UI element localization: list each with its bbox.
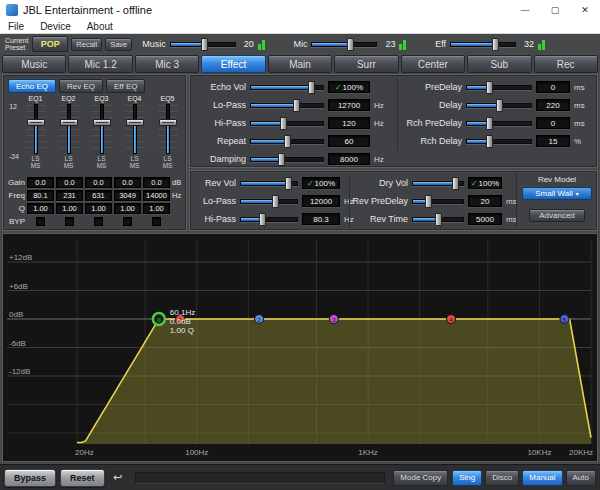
slider-handle[interactable] [486, 81, 493, 94]
shelf-ls[interactable]: LS [163, 155, 173, 162]
slider-handle[interactable] [492, 38, 499, 51]
bypass-button[interactable]: Bypass [4, 469, 56, 487]
fader-fill [167, 123, 169, 153]
rch-predelay-slider[interactable] [466, 117, 532, 130]
eq4-fader[interactable] [124, 103, 146, 155]
slider-handle[interactable] [278, 153, 285, 166]
tab-mic-1-2[interactable]: Mic 1.2 [68, 55, 132, 73]
byp-checkbox[interactable] [65, 217, 74, 226]
fader-handle[interactable] [126, 119, 144, 126]
slider-handle[interactable] [308, 81, 315, 94]
menu-about[interactable]: About [79, 20, 121, 33]
mode-auto[interactable]: Auto [566, 470, 596, 486]
eq-mode-eff-eq[interactable]: Eff EQ [106, 79, 145, 93]
maximize-icon[interactable]: ▢ [540, 0, 570, 20]
shelf-ms[interactable]: MS [31, 162, 41, 169]
tab-mic-3[interactable]: Mic 3 [135, 55, 199, 73]
echo-vol-slider[interactable] [250, 81, 324, 94]
param-value: 20 [468, 195, 502, 207]
save-button[interactable]: Save [105, 38, 132, 51]
eq-mode-rev-eq[interactable]: Rev EQ [59, 79, 103, 93]
undo-icon[interactable]: ↩ [109, 470, 127, 486]
shelf-ls[interactable]: LS [31, 155, 41, 162]
damping-slider[interactable] [250, 153, 324, 166]
param-value-text: 60 [345, 137, 354, 146]
param-label: Delay [400, 100, 462, 110]
eq3-fader[interactable] [91, 103, 113, 155]
rev-time-slider[interactable] [412, 213, 464, 226]
tab-rec[interactable]: Rec [534, 55, 598, 73]
eq5-fader[interactable] [157, 103, 179, 155]
tab-center[interactable]: Center [401, 55, 465, 73]
mode-copy-button[interactable]: Mode Copy [393, 470, 448, 486]
fader-handle[interactable] [27, 119, 45, 126]
slider-handle[interactable] [284, 135, 291, 148]
mode-sing[interactable]: Sing [452, 470, 482, 486]
shelf-ms[interactable]: MS [163, 162, 173, 169]
byp-checkbox[interactable] [152, 217, 161, 226]
lo-pass-slider[interactable] [240, 195, 298, 208]
slider-handle[interactable] [486, 135, 493, 148]
shelf-ms[interactable]: MS [130, 162, 140, 169]
byp-checkbox[interactable] [36, 217, 45, 226]
shelf-ls[interactable]: LS [130, 155, 140, 162]
slider-handle[interactable] [259, 213, 266, 226]
rev-predelay-slider[interactable] [412, 195, 464, 208]
lo-pass-slider[interactable] [250, 99, 324, 112]
slider-handle[interactable] [293, 99, 300, 112]
rev-model-dropdown[interactable]: Small Wall ▾ [522, 187, 592, 200]
byp-checkbox[interactable] [123, 217, 132, 226]
shelf-ls[interactable]: LS [64, 155, 74, 162]
shelf-ls[interactable]: LS [97, 155, 107, 162]
menu-file[interactable]: File [0, 20, 32, 33]
eq-mode-echo-eq[interactable]: Echo EQ [8, 79, 56, 93]
mode-disco[interactable]: Disco [485, 470, 519, 486]
tab-effect[interactable]: Effect [201, 55, 265, 73]
menu-device[interactable]: Device [32, 20, 79, 33]
slider-handle[interactable] [272, 195, 279, 208]
close-icon[interactable]: ✕ [570, 0, 600, 20]
fader-handle[interactable] [159, 119, 177, 126]
hi-pass-slider[interactable] [240, 213, 298, 226]
slider-handle[interactable] [285, 177, 292, 190]
shelf-ms[interactable]: MS [97, 162, 107, 169]
minimize-icon[interactable]: — [510, 0, 540, 20]
slider-handle[interactable] [486, 117, 493, 130]
fader-handle[interactable] [93, 119, 111, 126]
mode-manual[interactable]: Manual [522, 470, 562, 486]
advanced-button[interactable]: Advanced [529, 209, 585, 222]
channel-music-slider[interactable] [170, 38, 236, 51]
shelf-ms[interactable]: MS [64, 162, 74, 169]
slider-handle[interactable] [425, 195, 432, 208]
fader-scale: 12 -24 [6, 103, 19, 175]
unit-label: Hz [172, 191, 181, 200]
slider-handle[interactable] [280, 117, 287, 130]
slider-handle[interactable] [452, 177, 459, 190]
recall-button[interactable]: Recall [71, 38, 102, 51]
fader-handle[interactable] [60, 119, 78, 126]
tab-main[interactable]: Main [268, 55, 332, 73]
tab-music[interactable]: Music [2, 55, 66, 73]
predelay-slider[interactable] [466, 81, 532, 94]
eq2-fader[interactable] [58, 103, 80, 155]
rev-vol-slider[interactable] [240, 177, 298, 190]
eq1-fader[interactable] [25, 103, 47, 155]
reset-button[interactable]: Reset [60, 469, 105, 487]
repeat-slider[interactable] [250, 135, 324, 148]
channel-eff-slider[interactable] [450, 38, 516, 51]
channel-mic-slider[interactable] [311, 38, 377, 51]
byp-checkbox[interactable] [94, 217, 103, 226]
hi-pass-slider[interactable] [250, 117, 324, 130]
delay-slider[interactable] [466, 99, 532, 112]
slider-handle[interactable] [496, 99, 503, 112]
tab-surr[interactable]: Surr [334, 55, 398, 73]
rch-delay-slider[interactable] [466, 135, 532, 148]
param-value-text: 220 [546, 101, 559, 110]
eq-response-graph[interactable]: +12dB+6dB0dB-6dB-12dB20Hz100Hz1KHz10KHz2… [2, 233, 598, 462]
slider-handle[interactable] [201, 38, 208, 51]
dry-vol-slider[interactable] [412, 177, 464, 190]
slider-handle[interactable] [435, 213, 442, 226]
tab-sub[interactable]: Sub [467, 55, 531, 73]
preset-pop-button[interactable]: POP [32, 36, 68, 52]
slider-handle[interactable] [347, 38, 354, 51]
